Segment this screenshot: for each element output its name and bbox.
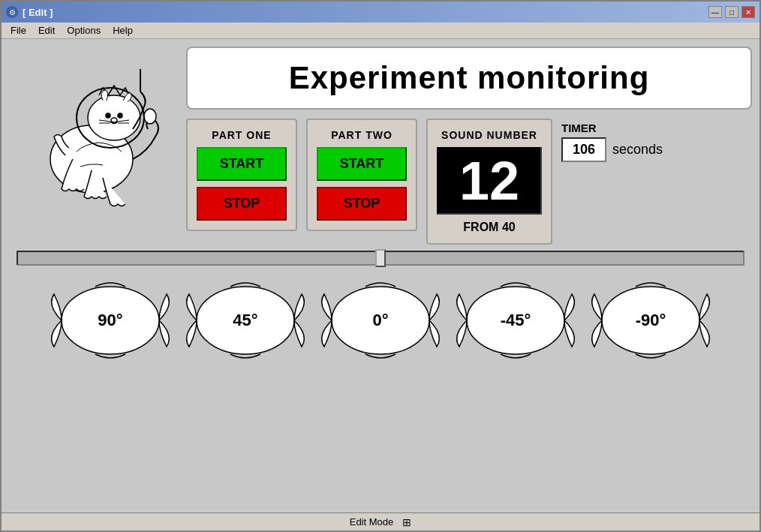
fish-svg-1: 45° bbox=[185, 279, 305, 362]
slider-track[interactable] bbox=[17, 251, 744, 266]
svg-text:0°: 0° bbox=[372, 311, 388, 329]
fish-svg-2: 0° bbox=[320, 279, 441, 362]
svg-text:-90°: -90° bbox=[636, 311, 666, 329]
timer-section: TIMER 106 seconds bbox=[561, 122, 663, 162]
top-section: Experiment monitoring PART ONE START STO… bbox=[9, 47, 752, 245]
svg-point-10 bbox=[144, 109, 156, 124]
logo-area bbox=[9, 47, 174, 227]
slider-section bbox=[9, 251, 752, 266]
main-content: Experiment monitoring PART ONE START STO… bbox=[2, 39, 759, 512]
minimize-button[interactable]: — bbox=[708, 6, 722, 18]
title-bar-left: ⚙ [ Edit ] bbox=[6, 6, 53, 18]
menu-bar: File Edit Options Help bbox=[2, 23, 759, 39]
sound-number-box: SOUND NUMBER 12 FROM 40 bbox=[426, 119, 552, 245]
fish-container-3: -45° bbox=[456, 279, 576, 362]
status-bar: Edit Mode ⊞ bbox=[2, 512, 759, 530]
app-icon: ⚙ bbox=[6, 6, 18, 18]
controls-row: PART ONE START STOP PART TWO START STOP … bbox=[186, 119, 752, 245]
fish-container-2: 0° bbox=[320, 279, 441, 362]
part-one-stop-button[interactable]: STOP bbox=[197, 187, 287, 221]
fish-container-0: 90° bbox=[50, 279, 170, 362]
menu-options[interactable]: Options bbox=[61, 23, 107, 38]
slider-thumb[interactable] bbox=[375, 249, 386, 267]
right-panel: Experiment monitoring PART ONE START STO… bbox=[186, 47, 752, 245]
timer-value: 106 bbox=[561, 137, 606, 162]
experiment-title: Experiment monitoring bbox=[289, 60, 650, 95]
svg-text:45°: 45° bbox=[233, 311, 257, 329]
status-icon: ⊞ bbox=[402, 516, 411, 528]
part-two-box: PART TWO START STOP bbox=[306, 119, 417, 231]
part-one-start-button[interactable]: START bbox=[197, 147, 287, 181]
svg-point-4 bbox=[118, 113, 122, 118]
maximize-button[interactable]: □ bbox=[725, 6, 738, 18]
from-label: FROM 40 bbox=[463, 221, 515, 234]
svg-point-3 bbox=[106, 113, 110, 118]
fish-container-4: -90° bbox=[591, 279, 711, 362]
seconds-label: seconds bbox=[612, 142, 663, 158]
menu-file[interactable]: File bbox=[5, 23, 32, 38]
close-button[interactable]: ✕ bbox=[741, 6, 755, 18]
fish-container-1: 45° bbox=[185, 279, 305, 362]
part-one-box: PART ONE START STOP bbox=[186, 119, 297, 231]
part-two-start-button[interactable]: START bbox=[317, 147, 407, 181]
svg-text:90°: 90° bbox=[98, 311, 122, 329]
lion-logo bbox=[17, 54, 167, 219]
sound-number-label: SOUND NUMBER bbox=[441, 129, 537, 141]
timer-row: 106 seconds bbox=[561, 137, 663, 162]
fish-section: 90° 45° bbox=[9, 272, 752, 369]
part-two-stop-button[interactable]: STOP bbox=[317, 187, 407, 221]
status-text: Edit Mode bbox=[350, 516, 394, 527]
fish-svg-4: -90° bbox=[591, 279, 711, 362]
title-bar: ⚙ [ Edit ] — □ ✕ bbox=[2, 2, 759, 23]
svg-text:-45°: -45° bbox=[501, 311, 531, 329]
sound-number-value: 12 bbox=[459, 150, 519, 212]
title-bar-buttons: — □ ✕ bbox=[708, 6, 755, 18]
sound-number-display: 12 bbox=[437, 147, 542, 215]
experiment-title-box: Experiment monitoring bbox=[186, 47, 752, 110]
part-two-label: PART TWO bbox=[331, 129, 393, 141]
timer-label: TIMER bbox=[561, 122, 663, 134]
window-title: [ Edit ] bbox=[23, 7, 53, 18]
part-one-label: PART ONE bbox=[212, 129, 271, 141]
menu-help[interactable]: Help bbox=[107, 23, 139, 38]
fish-svg-3: -45° bbox=[456, 279, 576, 362]
fish-svg-0: 90° bbox=[50, 279, 170, 362]
window-frame: ⚙ [ Edit ] — □ ✕ File Edit Options Help bbox=[0, 0, 761, 532]
menu-edit[interactable]: Edit bbox=[32, 23, 61, 38]
